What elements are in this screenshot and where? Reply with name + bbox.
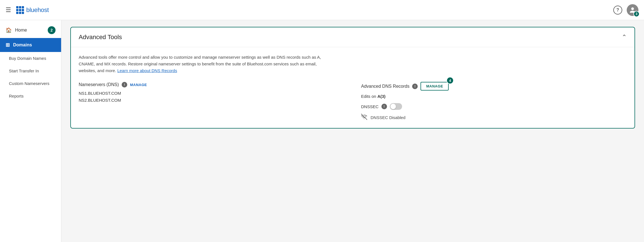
sidebar-item-start-transfer-in[interactable]: Start Transfer In [0,65,61,77]
toggle-knob [390,104,396,109]
advanced-dns-title: Advanced DNS Records [361,84,409,89]
advanced-dns-manage-button[interactable]: MANAGE [420,82,449,91]
logo-grid-icon [16,6,24,14]
user-notification-badge: 3 [633,11,640,17]
sidebar-item-home[interactable]: 🏠 Home 2 [0,22,61,38]
dnssec-toggle[interactable] [390,103,402,110]
nameservers-manage-button[interactable]: MANAGE [130,83,147,87]
dnssec-disabled-row: DNSSEC Disabled [361,114,627,121]
buy-domain-names-label: Buy Domain Names [9,56,46,61]
hamburger-menu-icon[interactable]: ☰ [6,7,11,13]
reports-label: Reports [9,94,24,98]
dnssec-label: DNSSEC [361,104,379,109]
no-wifi-icon [361,114,367,121]
sidebar-item-domains[interactable]: ⊞ Domains [0,38,61,52]
help-icon[interactable]: ? [613,6,622,15]
ns2-value: NS2.BLUEHOST.COM [79,98,344,103]
home-icon: 🏠 [6,27,12,33]
start-transfer-in-label: Start Transfer In [9,68,39,73]
advanced-dns-section: Advanced DNS Records ! MANAGE 4 Edits on… [361,82,627,121]
advanced-dns-info-icon[interactable]: ! [412,84,418,89]
nameservers-title: Nameservers (DNS) [79,82,119,87]
logo[interactable]: bluehost [16,6,49,14]
sidebar-item-reports[interactable]: Reports [0,90,61,102]
home-notification-badge: 2 [48,26,56,34]
sidebar-item-buy-domain-names[interactable]: Buy Domain Names [0,52,61,65]
nameservers-section: Nameservers (DNS) ! MANAGE NS1.BLUEHOST.… [79,82,344,105]
domains-icon: ⊞ [6,42,10,48]
main-content: Advanced Tools ⌃ Advanced tools offer mo… [61,20,644,242]
custom-nameservers-label: Custom Nameservers [9,81,49,86]
user-avatar[interactable]: 3 [627,4,638,16]
advanced-dns-badge: 4 [446,77,454,84]
dns-edits-info: Edits on A(3) [361,94,627,99]
advanced-tools-description: Advanced tools offer more control and al… [79,54,330,74]
sidebar: 🏠 Home 2 ⊞ Domains Buy Domain Names Star… [0,20,61,242]
top-navigation: ☰ bluehost ? 3 [0,0,644,20]
dnssec-disabled-text: DNSSEC Disabled [371,115,405,120]
ns1-value: NS1.BLUEHOST.COM [79,91,344,96]
logo-text: bluehost [26,6,49,14]
learn-more-link[interactable]: Learn more about DNS Records [117,68,177,73]
dns-sections: Nameservers (DNS) ! MANAGE NS1.BLUEHOST.… [79,82,627,121]
sidebar-item-custom-nameservers[interactable]: Custom Nameservers [0,77,61,90]
advanced-tools-body: Advanced tools offer more control and al… [71,47,635,128]
advanced-tools-title: Advanced Tools [79,34,122,41]
sidebar-domains-label: Domains [13,42,56,48]
collapse-icon[interactable]: ⌃ [622,34,627,41]
advanced-tools-header[interactable]: Advanced Tools ⌃ [71,27,635,47]
dnssec-info-icon[interactable]: ! [381,104,387,109]
advanced-tools-card: Advanced Tools ⌃ Advanced tools offer mo… [70,27,635,129]
nameservers-info-icon[interactable]: ! [122,82,127,87]
sidebar-home-label: Home [15,28,44,33]
dnssec-row: DNSSEC ! [361,103,627,110]
